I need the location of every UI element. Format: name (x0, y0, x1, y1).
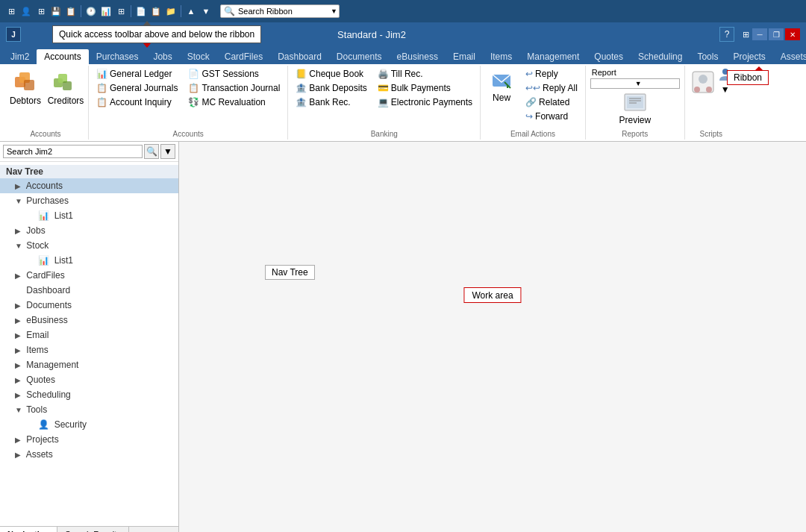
cheque-book-button[interactable]: 📒 Cheque Book (293, 67, 369, 81)
floppy-icon[interactable]: 📋 (64, 4, 78, 18)
nav-item-ebusiness[interactable]: ▶ eBusiness (0, 313, 178, 328)
nav-item-purchases-list1[interactable]: 📊 List1 (0, 208, 178, 223)
expand-left-panel-button[interactable]: » (164, 527, 178, 532)
gst-sessions-button[interactable]: 📄 GST Sessions (185, 67, 283, 81)
preview-button[interactable]: Preview (590, 90, 680, 128)
resize-handle[interactable] (179, 142, 182, 532)
nav-item-scheduling[interactable]: ▶ Scheduling (0, 387, 178, 402)
help-button[interactable]: ? (719, 27, 734, 42)
svg-point-16 (694, 87, 700, 93)
save-icon[interactable]: 💾 (49, 4, 63, 18)
tab-email[interactable]: Email (446, 49, 483, 64)
doc2-icon[interactable]: 📋 (149, 4, 163, 18)
tab-assets[interactable]: Assets (773, 49, 806, 64)
nav-item-items[interactable]: ▶ Items (0, 342, 178, 357)
cheque-book-icon: 📒 (296, 69, 307, 79)
general-ledger-button[interactable]: 📊 General Ledger (93, 67, 181, 81)
tab-jim2[interactable]: Jim2 (3, 49, 37, 64)
transaction-journal-button[interactable]: 📋 Transaction Journal (185, 81, 283, 95)
debtors-button[interactable]: Debtors (6, 67, 45, 109)
accounts-col1: 📊 General Ledger 📋 General Journals 📋 Ac… (92, 67, 182, 109)
forward-button[interactable]: ↪ Forward (522, 110, 581, 123)
grid2-icon[interactable]: ⊞ (114, 4, 128, 18)
reply-button[interactable]: ↩ Reply (522, 67, 581, 81)
related-button[interactable]: 🔗 Related (522, 96, 581, 109)
ribbon-balloon[interactable]: Ribbon (727, 70, 769, 85)
tab-items[interactable]: Items (483, 49, 519, 64)
tab-accounts[interactable]: Accounts (37, 49, 88, 64)
dashboard-expander (15, 287, 24, 295)
tab-jobs[interactable]: Jobs (146, 49, 179, 64)
accounts-expander: ▶ (15, 182, 24, 190)
nav-item-projects[interactable]: ▶ Projects (0, 432, 178, 447)
nav-item-quotes[interactable]: ▶ Quotes (0, 372, 178, 387)
electronic-payments-button[interactable]: 💻 Electronic Payments (375, 96, 475, 109)
tooltip-arrow-down (143, 43, 151, 48)
tab-management[interactable]: Management (519, 49, 587, 64)
restore-small-icon[interactable]: ⊞ (739, 28, 752, 41)
ribbon-reports-group: Report ▼ Preview Reports (586, 66, 685, 140)
tab-quotes[interactable]: Quotes (587, 49, 631, 64)
clock-icon[interactable]: 🕐 (84, 4, 98, 18)
new-email-button[interactable]: New (485, 67, 518, 106)
nav-item-email[interactable]: ▶ Email (0, 328, 178, 342)
user-icon[interactable]: 👤 (19, 4, 33, 18)
dropdown-arrow-icon[interactable]: ▼ (331, 7, 337, 15)
bank-deposits-button[interactable]: 🏦 Bank Deposits (293, 81, 369, 95)
tab-projects[interactable]: Projects (725, 49, 772, 64)
tab-scheduling[interactable]: Scheduling (631, 49, 690, 64)
mc-revaluation-icon: 💱 (188, 97, 199, 107)
nav-item-assets[interactable]: ▶ Assets (0, 447, 178, 462)
quick-search-input[interactable] (238, 7, 328, 16)
nav-item-management[interactable]: ▶ Management (0, 357, 178, 372)
tab-stock[interactable]: Stock (180, 49, 217, 64)
management-expander: ▶ (15, 361, 24, 369)
ribbon-accounts-group: Debtors Creditors Accounts (3, 66, 89, 140)
nav-search-expand-button[interactable]: ▼ (160, 144, 175, 159)
tab-dashboard[interactable]: Dashboard (270, 49, 329, 64)
tab-documents[interactable]: Documents (329, 49, 390, 64)
nav-item-security[interactable]: 👤 Security (0, 417, 178, 432)
nav-item-cardfiles[interactable]: ▶ CardFiles (0, 268, 178, 283)
bank-rec-button[interactable]: 🏦 Bank Rec. (293, 96, 369, 109)
nav-item-tools[interactable]: ▼ Tools (0, 402, 178, 417)
nav-item-accounts[interactable]: ▶ Accounts (0, 178, 178, 193)
nav-item-stock[interactable]: ▼ Stock (0, 238, 178, 253)
nav-item-purchases[interactable]: ▼ Purchases (0, 193, 178, 208)
navigation-tab[interactable]: Navigation (0, 527, 57, 532)
system-icon[interactable]: ⊞ (4, 4, 18, 18)
doc3-icon[interactable]: 📁 (164, 4, 178, 18)
menu-tabs: Jim2 Accounts Purchases Jobs Stock CardF… (0, 46, 806, 64)
reply-all-button[interactable]: ↩↩ Reply All (522, 81, 581, 95)
bulk-payments-button[interactable]: 💳 Bulk Payments (375, 81, 475, 95)
table-icon[interactable]: 📊 (99, 4, 113, 18)
nav-search-button[interactable]: 🔍 (144, 144, 159, 159)
report-dropdown[interactable]: ▼ (590, 78, 680, 89)
general-journals-button[interactable]: 📋 General Journals (93, 81, 181, 95)
tab-purchases[interactable]: Purchases (89, 49, 146, 64)
nav-item-dashboard[interactable]: Dashboard (0, 283, 178, 298)
ribbon-email-group: New ↩ Reply ↩↩ Reply All 🔗 Related ↪ (481, 66, 586, 140)
ribbon-accounts-menu-group: 📊 General Ledger 📋 General Journals 📋 Ac… (89, 66, 288, 140)
minimize-button[interactable]: ─ (752, 28, 767, 40)
close-button[interactable]: ✕ (785, 28, 800, 40)
creditors-button[interactable]: Creditors (46, 67, 85, 109)
grid-icon[interactable]: ⊞ (34, 4, 48, 18)
till-rec-button[interactable]: 🖨️ Till Rec. (375, 67, 475, 81)
mc-revaluation-button[interactable]: 💱 MC Revaluation (185, 96, 283, 109)
doc-icon[interactable]: 📄 (134, 4, 148, 18)
restore-button[interactable]: ❐ (769, 28, 784, 40)
nav-item-stock-list1[interactable]: 📊 List1 (0, 253, 178, 268)
account-inquiry-button[interactable]: 📋 Account Inquiry (93, 96, 181, 109)
quotes-expander: ▶ (15, 376, 24, 384)
nav-item-jobs[interactable]: ▶ Jobs (0, 223, 178, 238)
tab-tools[interactable]: Tools (690, 49, 725, 64)
tab-ebusiness[interactable]: eBusiness (390, 49, 446, 64)
tab-cardfiles[interactable]: CardFiles (217, 49, 270, 64)
nav-search-input[interactable] (3, 145, 143, 158)
cardfiles-expander: ▶ (15, 272, 24, 280)
arrow-down-icon[interactable]: ▼ (199, 4, 213, 18)
search-results-tab[interactable]: Search Results (57, 527, 129, 532)
arrow-up-icon[interactable]: ▲ (184, 4, 198, 18)
nav-item-documents[interactable]: ▶ Documents (0, 298, 178, 313)
